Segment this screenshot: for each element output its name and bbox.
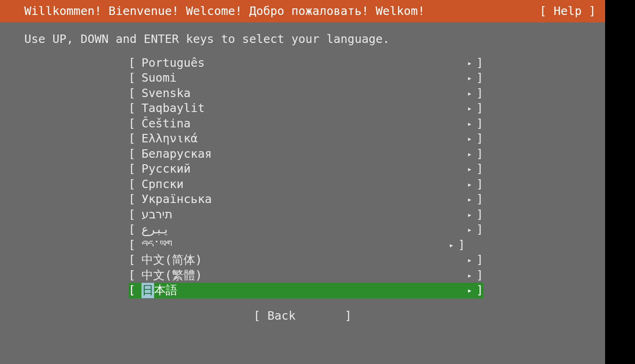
bracket-open: [ [128,192,141,207]
language-option[interactable]: [Svenska▸] [128,86,483,101]
chevron-right-icon: ▸ [456,86,472,101]
bracket-open: [ [128,238,141,253]
language-name: Ελληνικά [141,131,456,147]
bracket-open: [ [128,222,141,238]
bracket-open: [ [128,252,141,268]
language-name: 中文(简体) [141,252,456,268]
chevron-right-icon: ▸ [456,161,472,177]
chevron-right-icon: ▸ [438,238,454,253]
bracket-open: [ [540,4,554,19]
language-option[interactable]: [中文(繁體)▸] [128,268,483,283]
language-list: [Português▸][Suomi▸][Svenska▸][Taqbaylit… [128,56,483,298]
language-name: Српски [141,177,456,192]
bracket-close: ] [472,177,483,192]
bracket-close: ] [472,222,483,238]
language-name: 日本語 [141,283,456,298]
bracket-close: ] [472,70,483,86]
language-name: תירבע [141,207,456,223]
language-option[interactable]: [日本語▸] [128,283,483,298]
chevron-right-icon: ▸ [456,222,472,238]
bracket-close: ] [582,4,596,19]
bracket-close: ] [472,161,483,177]
bracket-close: ] [472,56,483,71]
chevron-right-icon: ▸ [456,207,472,223]
language-option[interactable]: [中文(简体)▸] [128,252,483,268]
chevron-right-icon: ▸ [456,177,472,192]
language-name: Taqbaylit [141,101,456,116]
bracket-close: ] [472,131,483,147]
bracket-open: [ [128,86,141,101]
language-option[interactable]: [Українська▸] [128,192,483,207]
chevron-right-icon: ▸ [456,192,472,207]
language-option[interactable]: [يبرع▸] [128,222,483,238]
chevron-right-icon: ▸ [456,252,472,268]
help-label: Help [554,4,582,19]
chevron-right-icon: ▸ [456,70,472,86]
language-name: يبرع [141,222,456,238]
welcome-title: Willkommen! Bienvenue! Welcome! Добро по… [24,4,425,19]
bracket-close: ] [472,207,483,223]
language-option[interactable]: [Русский▸] [128,161,483,177]
back-button[interactable]: [ Back ] [0,308,605,324]
language-name: བད་ཡག [141,238,438,253]
bracket-close: ] [472,116,483,132]
language-name: Svenska [141,86,456,101]
bracket-open: [ [128,177,141,192]
instruction-text: Use UP, DOWN and ENTER keys to select yo… [0,32,605,47]
bracket-close: ] [472,192,483,207]
bracket-close: ] [472,268,483,283]
bracket-close: ] [472,283,483,298]
language-name: Suomi [141,70,456,86]
language-option[interactable]: [Čeština▸] [128,116,483,132]
top-bar: Willkommen! Bienvenue! Welcome! Добро по… [0,0,605,22]
chevron-right-icon: ▸ [456,283,472,298]
bracket-open: [ [128,283,141,298]
language-option[interactable]: [བད་ཡག▸] [128,238,483,253]
language-name: Português [141,56,456,71]
back-label: Back [268,309,296,322]
language-option[interactable]: [Ελληνικά▸] [128,131,483,147]
installer-screen: Willkommen! Bienvenue! Welcome! Добро по… [0,0,605,364]
language-name: Русский [141,161,456,177]
language-name: Čeština [141,116,456,132]
bracket-close: ] [472,101,483,116]
bracket-open: [ [128,161,141,177]
language-name: 中文(繁體) [141,268,456,283]
chevron-right-icon: ▸ [456,116,472,132]
language-option[interactable]: [Беларуская▸] [128,147,483,162]
bracket-open: [ [128,207,141,223]
right-black-margin [605,0,635,364]
chevron-right-icon: ▸ [456,131,472,147]
help-button[interactable]: [ Help ] [540,4,596,19]
language-option[interactable]: [Taqbaylit▸] [128,101,483,116]
chevron-right-icon: ▸ [456,56,472,71]
chevron-right-icon: ▸ [456,147,472,162]
bracket-open: [ [128,70,141,86]
bracket-open: [ [128,101,141,116]
bracket-close: ] [454,238,465,253]
chevron-right-icon: ▸ [456,268,472,283]
language-name: Українська [141,192,456,207]
language-name: Беларуская [141,147,456,162]
language-option[interactable]: [תירבע▸] [128,207,483,223]
language-option[interactable]: [Português▸] [128,56,483,71]
bracket-close: ] [472,147,483,162]
bracket-open: [ [128,56,141,71]
bracket-close: ] [472,252,483,268]
language-option[interactable]: [Српски▸] [128,177,483,192]
bracket-open: [ [128,147,141,162]
bracket-close: ] [472,86,483,101]
language-option[interactable]: [Suomi▸] [128,70,483,86]
bracket-open: [ [128,116,141,132]
chevron-right-icon: ▸ [456,101,472,116]
bracket-open: [ [128,131,141,147]
bracket-open: [ [128,268,141,283]
